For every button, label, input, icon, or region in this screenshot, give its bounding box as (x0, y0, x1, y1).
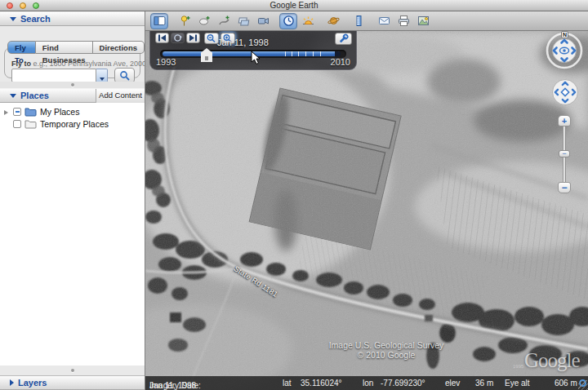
polygon-icon (198, 15, 211, 27)
time-tick (320, 51, 321, 56)
compass-north-label[interactable]: N (561, 31, 568, 38)
status-bar: Imagery Date: Jan 11, 1998 lat 35.116024… (145, 376, 588, 390)
step-forward-icon (188, 33, 198, 42)
step-back-icon (157, 33, 167, 42)
lon-value: -77.699230° (381, 379, 425, 388)
view-in-maps-button[interactable] (414, 13, 432, 29)
zoom-slider: + − − (558, 115, 571, 193)
email-button[interactable] (375, 13, 393, 29)
mouse-cursor (251, 51, 261, 65)
time-tick (285, 51, 286, 56)
video-camera-icon (257, 15, 270, 27)
time-slider-settings-button[interactable] (335, 33, 352, 45)
tree-item-label: Temporary Places (40, 119, 109, 129)
print-button[interactable] (394, 13, 412, 29)
search-panel-title: Search (20, 14, 51, 24)
zoom-in-button[interactable]: + (558, 115, 571, 126)
time-range-end: 2010 (331, 57, 350, 67)
move-joystick[interactable] (551, 78, 579, 106)
search-panel: Fly To Find Businesses Directions Fly to… (0, 26, 145, 82)
layers-panel-title: Layers (18, 378, 47, 388)
google-watermark: Google (524, 349, 580, 372)
splitter-grip-icon (71, 369, 74, 372)
sidebar: Search Fly To Find Businesses Directions… (0, 11, 145, 390)
search-tabs: Fly To Find Businesses Directions (7, 41, 145, 54)
time-tick (298, 51, 299, 56)
tab-find-businesses[interactable]: Find Businesses (36, 41, 93, 54)
search-panel-header[interactable]: Search (0, 11, 145, 26)
add-placemark-button[interactable] (176, 13, 194, 29)
eye-alt-value: 606 m (555, 379, 577, 388)
places-layers-splitter[interactable] (0, 366, 145, 375)
elev-label: elev (445, 379, 460, 388)
clock-icon (283, 15, 295, 27)
temporary-places-checkbox[interactable] (13, 120, 21, 128)
lon-label: lon (363, 379, 373, 388)
time-slider-date-label: Jan 11, 1998 (217, 38, 269, 47)
toggle-sidebar-button[interactable] (150, 13, 168, 29)
expander-icon[interactable] (4, 107, 11, 117)
folder-icon (24, 107, 37, 117)
imagery-attribution: Image U.S. Geological Survey (284, 340, 488, 350)
eye-alt-label: Eye alt (505, 379, 530, 388)
my-places-checkbox[interactable] (13, 108, 21, 116)
ruler-icon (353, 15, 365, 27)
search-history-dropdown[interactable] (96, 69, 108, 82)
switch-planet-button[interactable] (324, 13, 342, 29)
placemark-icon (179, 15, 191, 27)
zoom-out-icon (206, 33, 217, 43)
time-step-forward-button[interactable] (186, 33, 200, 43)
google-earth-window: Google Earth (0, 0, 588, 390)
disclosure-right-icon (10, 379, 14, 386)
disclosure-down-icon (10, 94, 16, 98)
sun-icon (302, 15, 314, 27)
zoom-out-button[interactable]: − (558, 182, 571, 193)
saturn-icon (327, 15, 340, 27)
time-range-start: 1993 (156, 57, 176, 67)
historical-imagery-button[interactable] (279, 13, 297, 29)
aerial-imagery (145, 31, 588, 390)
zoom-slider-handle[interactable]: − (559, 150, 570, 157)
move-joystick-graphic (551, 78, 579, 106)
time-tick (305, 51, 306, 56)
resize-grip-icon[interactable] (578, 380, 588, 390)
time-step-back-button[interactable] (155, 33, 169, 43)
loop-clock-icon (172, 33, 183, 42)
add-image-overlay-button[interactable] (234, 13, 252, 29)
tree-item-label: My Places (40, 107, 79, 117)
layers-panel-header[interactable]: Layers (0, 375, 145, 390)
sunlight-button[interactable] (299, 13, 317, 29)
main-toolbar (145, 11, 588, 31)
time-tick (292, 51, 292, 56)
record-tour-button[interactable] (254, 13, 272, 29)
printer-icon (398, 15, 410, 27)
map-image-icon (417, 15, 430, 27)
search-places-splitter[interactable] (0, 82, 145, 88)
tree-item-my-places[interactable]: My Places (0, 106, 145, 117)
lat-value: 35.116024° (301, 379, 342, 388)
look-joystick[interactable]: N (546, 32, 583, 69)
map-viewport[interactable]: State Rd 1181 Image U.S. Geological Surv… (145, 31, 588, 390)
add-polygon-button[interactable] (195, 13, 213, 29)
search-icon (119, 70, 131, 82)
fly-to-input[interactable] (11, 69, 96, 82)
time-tick (313, 51, 314, 56)
folder-icon (24, 119, 37, 129)
copyright-text: © 2010 Google (284, 350, 488, 360)
time-play-sequence-button[interactable] (171, 33, 185, 43)
lat-label: lat (283, 379, 292, 388)
add-content-button[interactable]: Add Content (96, 89, 145, 103)
elev-value: 36 m (475, 379, 493, 388)
title-bar: Google Earth (0, 0, 588, 11)
tab-fly-to[interactable]: Fly To (7, 41, 36, 54)
places-panel-header[interactable]: Places Add Content (0, 88, 145, 103)
tree-item-temporary-places[interactable]: Temporary Places (0, 118, 145, 130)
frame-mark: 1995 (513, 364, 523, 369)
tab-directions[interactable]: Directions (93, 41, 145, 54)
add-path-button[interactable] (215, 13, 233, 29)
ruler-button[interactable] (350, 13, 368, 29)
places-tree: My Places Temporary Places (0, 103, 145, 366)
places-panel-title: Places (20, 91, 49, 100)
sidebar-icon (154, 15, 166, 27)
path-icon (218, 15, 230, 27)
